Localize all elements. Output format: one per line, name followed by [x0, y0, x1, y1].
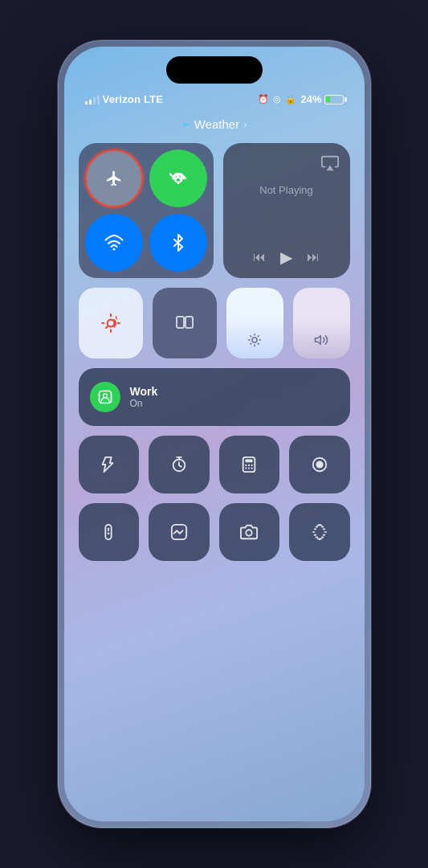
brightness-slider-icon: [247, 333, 262, 350]
orientation-lock-icon: [100, 313, 121, 334]
camera-icon: [240, 523, 258, 541]
brightness-slider[interactable]: [226, 288, 283, 358]
media-player-block: Not Playing ⏮ ▶ ⏭: [223, 143, 350, 278]
lock-icon: 🔒: [285, 94, 296, 104]
record-icon: [311, 456, 328, 473]
timer-button[interactable]: [149, 436, 210, 493]
svg-point-19: [251, 467, 253, 469]
screen-lock-button[interactable]: [79, 288, 143, 358]
media-controls: ⏮ ▶ ⏭: [253, 248, 320, 267]
timer-icon: [170, 456, 188, 473]
signal-bar-1: [85, 101, 88, 104]
sound-recognition-icon: [311, 523, 328, 541]
svg-point-15: [248, 465, 250, 466]
screen-mirror-icon: [175, 313, 194, 333]
weather-location-text: Weather: [194, 117, 239, 131]
signal-bar-2: [89, 100, 92, 104]
cellular-button[interactable]: [149, 149, 207, 207]
svg-point-24: [108, 532, 110, 534]
weather-chevron-icon: ›: [243, 119, 247, 130]
stocks-icon: [170, 523, 188, 541]
svg-point-2: [112, 248, 115, 251]
svg-point-10: [103, 394, 107, 398]
fast-forward-button[interactable]: ⏭: [307, 250, 320, 264]
svg-point-1: [177, 182, 179, 185]
svg-point-21: [316, 461, 323, 468]
screen-mirror-button[interactable]: [153, 288, 217, 358]
svg-point-18: [248, 467, 250, 469]
carrier-text: Verizon LTE: [103, 93, 164, 105]
svg-rect-6: [177, 317, 184, 328]
media-status-text: Not Playing: [259, 184, 312, 196]
person-focus-icon: [97, 389, 113, 405]
cc-row-sliders: [79, 288, 350, 358]
phone-frame: Verizon LTE ⏰ ◎ 🔒 24% ➤ Weather ›: [58, 40, 371, 828]
rewind-button[interactable]: ⏮: [253, 250, 266, 264]
svg-marker-3: [326, 166, 333, 170]
airplay-icon[interactable]: [321, 154, 339, 176]
screen-record-button[interactable]: [289, 436, 350, 493]
camera-button[interactable]: [219, 503, 280, 561]
wifi-button[interactable]: [85, 214, 143, 272]
status-bar: Verizon LTE ⏰ ◎ 🔒 24%: [64, 93, 365, 105]
volume-slider[interactable]: [293, 288, 350, 358]
flashlight-icon: [100, 456, 117, 473]
battery-wrapper: 24%: [300, 93, 343, 105]
sound-recognition-button[interactable]: [289, 503, 350, 561]
control-center: Not Playing ⏮ ▶ ⏭: [79, 143, 350, 797]
location-icon: ◎: [273, 94, 281, 104]
stocks-button[interactable]: [149, 503, 210, 561]
alarm-icon: ⏰: [258, 94, 269, 104]
cellular-waves-icon: [169, 170, 187, 187]
focus-mode-sublabel: On: [130, 398, 158, 409]
wifi-icon: [104, 233, 124, 252]
focus-icon-wrap: [90, 382, 120, 412]
cc-row-utilities-2: [79, 503, 350, 561]
signal-bars: [85, 95, 100, 104]
status-right: ⏰ ◎ 🔒 24%: [258, 93, 343, 105]
svg-point-8: [252, 338, 257, 342]
svg-rect-13: [246, 460, 253, 463]
dynamic-island: [166, 56, 263, 84]
bluetooth-button[interactable]: [149, 214, 207, 272]
cc-row-focus: Work On: [79, 368, 350, 426]
location-arrow-icon: ➤: [181, 118, 190, 130]
focus-text: Work On: [130, 385, 158, 409]
airplay-svg-icon: [321, 154, 339, 172]
svg-rect-22: [106, 525, 112, 539]
flashlight-button[interactable]: [79, 436, 140, 493]
connectivity-block: [79, 143, 214, 278]
weather-bar[interactable]: ➤ Weather ›: [181, 117, 247, 131]
remote-button[interactable]: [79, 503, 140, 561]
cc-row-utilities-1: [79, 436, 350, 493]
svg-rect-7: [185, 317, 193, 328]
focus-mode-label: Work: [130, 385, 158, 398]
bluetooth-icon: [169, 234, 187, 252]
battery-icon: [324, 95, 344, 104]
volume-slider-icon: [314, 333, 328, 350]
speaker-icon: [314, 333, 328, 347]
svg-point-16: [251, 465, 253, 466]
cc-row-connectivity-media: Not Playing ⏮ ▶ ⏭: [79, 143, 350, 278]
calculator-icon: [240, 456, 258, 473]
calculator-button[interactable]: [219, 436, 280, 493]
play-button[interactable]: ▶: [280, 248, 292, 267]
svg-point-26: [247, 530, 252, 535]
phone-screen: Verizon LTE ⏰ ◎ 🔒 24% ➤ Weather ›: [64, 47, 365, 821]
svg-point-4: [107, 320, 114, 327]
signal-bar-3: [93, 97, 96, 104]
battery-fill: [326, 96, 330, 102]
svg-point-17: [245, 467, 247, 469]
focus-work-button[interactable]: Work On: [79, 368, 350, 426]
signal-bar-4: [97, 95, 100, 104]
airplane-icon: [105, 170, 123, 187]
airplane-mode-button[interactable]: [85, 149, 143, 207]
sun-icon: [247, 333, 262, 347]
status-left: Verizon LTE: [85, 93, 164, 105]
remote-icon: [100, 523, 117, 541]
svg-point-14: [245, 465, 247, 466]
battery-percent: 24%: [300, 93, 321, 105]
